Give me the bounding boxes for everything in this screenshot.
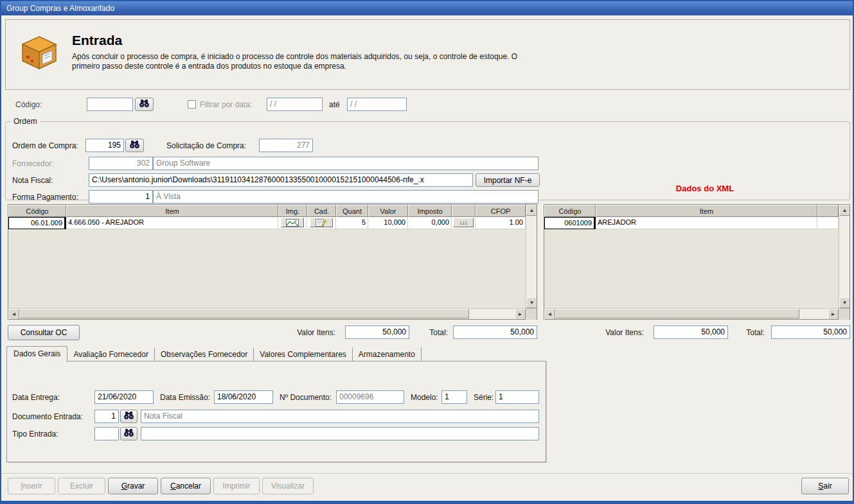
- xml-grid-header[interactable]: Código Item: [544, 205, 839, 217]
- forma-pagamento-codigo-input[interactable]: 1: [89, 190, 153, 204]
- header-panel: Entrada Após concluir o processo de comp…: [5, 19, 850, 90]
- date-to-input[interactable]: / /: [347, 98, 407, 111]
- importar-nfe-button[interactable]: Importar NF-e: [476, 173, 540, 187]
- binoculars-icon: [129, 140, 140, 151]
- cell-blank: [817, 217, 839, 229]
- scroll-right-icon[interactable]: ►: [515, 309, 526, 320]
- scrollbar-thumb[interactable]: [555, 309, 799, 318]
- modelo-input[interactable]: 1: [441, 390, 467, 404]
- fornecedor-nome-input: Group Software: [153, 157, 538, 170]
- tab-avaliacao-fornecedor[interactable]: Avaliação Fornecedor: [67, 347, 155, 361]
- tipo-entrada-nome-input[interactable]: [141, 427, 539, 440]
- scroll-up-icon[interactable]: ▲: [839, 205, 850, 216]
- column-header-cfop[interactable]: CFOP: [476, 205, 526, 217]
- xml-grid-horizontal-scrollbar[interactable]: ◄ ►: [544, 308, 850, 319]
- items-grid-vertical-scrollbar[interactable]: ▲ ▼: [526, 205, 537, 308]
- cell-codigo[interactable]: 0601009: [544, 217, 596, 229]
- consultar-oc-button[interactable]: Consultar OC: [8, 325, 80, 340]
- ordem-de-compra-label: Ordem de Compra:: [12, 141, 78, 150]
- documento-entrada-nome-input: Nota Fiscal: [141, 410, 539, 423]
- excluir-button[interactable]: Excluir: [58, 478, 105, 494]
- cell-quant[interactable]: 5: [336, 217, 368, 229]
- cell-codigo[interactable]: 06.01.009: [8, 217, 66, 229]
- cell-item[interactable]: AREJADOR: [596, 217, 817, 229]
- table-row[interactable]: 0601009 AREJADOR: [544, 217, 839, 229]
- cell-cfop[interactable]: 1.00: [476, 217, 526, 229]
- codigo-label: Código:: [15, 100, 42, 109]
- xml-grid-vertical-scrollbar[interactable]: ▲ ▼: [839, 205, 850, 308]
- edit-form-icon[interactable]: [310, 218, 333, 227]
- cell-valor[interactable]: 10,000: [368, 217, 408, 229]
- gravar-button[interactable]: Gravar: [108, 478, 158, 494]
- documento-entrada-codigo-input[interactable]: 1: [94, 410, 119, 423]
- right-valor-itens-field: 50,000: [654, 326, 728, 339]
- cell-img[interactable]: [278, 217, 307, 229]
- items-grid-horizontal-scrollbar[interactable]: ◄ ►: [8, 308, 537, 319]
- scroll-left-icon[interactable]: ◄: [8, 309, 19, 320]
- nota-fiscal-label: Nota Fiscal:: [12, 176, 53, 185]
- column-header-codigo[interactable]: Código: [544, 205, 596, 217]
- data-entrega-input[interactable]: 21/06/2020: [94, 390, 154, 404]
- scroll-down-icon[interactable]: ▼: [839, 297, 850, 308]
- column-header-codigo[interactable]: Código: [8, 205, 66, 217]
- valor-itens-label: Valor Itens:: [592, 328, 644, 337]
- column-header-item[interactable]: Item: [596, 205, 817, 217]
- left-valor-itens-field: 50,000: [345, 326, 409, 339]
- scroll-left-icon[interactable]: ◄: [544, 309, 555, 320]
- data-emissao-label: Data Emissão:: [160, 393, 210, 402]
- title-bar[interactable]: Group Compras e Almoxarifado: [1, 1, 853, 15]
- ate-label: até: [329, 100, 340, 109]
- data-emissao-input[interactable]: 18/06/2020: [214, 390, 273, 404]
- cell-imposto[interactable]: 0,000: [408, 217, 452, 229]
- date-from-input[interactable]: / /: [267, 98, 323, 111]
- cell-cad[interactable]: [307, 217, 336, 229]
- filtrar-por-data-label: Filtrar por data:: [200, 100, 252, 109]
- items-grid[interactable]: Código Item Img. Cad. Quant Valor Impost…: [8, 204, 537, 320]
- imprimir-button[interactable]: Imprimir: [213, 478, 260, 494]
- inserir-button[interactable]: Inserir: [8, 478, 55, 494]
- tab-observacoes-fornecedor[interactable]: Observações Fornecedor: [155, 347, 254, 361]
- tipo-entrada-codigo-input[interactable]: [94, 427, 119, 440]
- xml-grid-empty-area: [544, 229, 839, 308]
- items-grid-header[interactable]: Código Item Img. Cad. Quant Valor Impost…: [8, 205, 526, 217]
- column-header-quant[interactable]: Quant: [336, 205, 368, 217]
- page-title: Entrada: [72, 33, 529, 48]
- ordem-de-compra-search-button[interactable]: [125, 139, 144, 152]
- forma-pagamento-nome-input: À Vista: [153, 190, 538, 204]
- triple-down-arrow-icon[interactable]: ↓↓↓: [453, 218, 474, 227]
- tab-valores-complementares[interactable]: Valores Complementares: [254, 347, 353, 361]
- codigo-input[interactable]: [87, 98, 133, 111]
- column-header-valor[interactable]: Valor: [368, 205, 408, 217]
- image-icon[interactable]: [281, 218, 304, 227]
- scroll-down-icon[interactable]: ▼: [526, 297, 537, 308]
- column-header-imposto[interactable]: Imposto: [408, 205, 452, 217]
- data-entrega-label: Data Entrega:: [12, 393, 60, 402]
- total-label: Total:: [738, 328, 765, 337]
- cancelar-button[interactable]: Cancelar: [161, 478, 211, 494]
- codigo-search-button[interactable]: [135, 98, 154, 111]
- dados-do-xml-title: Dados do XML: [650, 184, 760, 193]
- sair-button[interactable]: Sair: [801, 478, 849, 494]
- tab-dados-gerais[interactable]: Dados Gerais: [6, 346, 67, 362]
- cell-item[interactable]: 4.666.050 - AREJADOR: [66, 217, 278, 229]
- binoculars-icon: [139, 99, 150, 110]
- scrollbar-thumb[interactable]: [19, 309, 469, 318]
- app-window: Group Compras e Almoxarifado Entrada Apó…: [0, 0, 854, 504]
- ordem-de-compra-input[interactable]: 195: [85, 139, 124, 152]
- column-header-cad[interactable]: Cad.: [307, 205, 336, 217]
- column-header-img[interactable]: Img.: [278, 205, 307, 217]
- tipo-entrada-search-button[interactable]: [120, 427, 138, 440]
- column-header-item[interactable]: Item: [66, 205, 278, 217]
- nota-fiscal-input[interactable]: C:\Users\antonio.junior\Downloads\311911…: [89, 173, 473, 187]
- filtrar-por-data-checkbox[interactable]: [188, 100, 196, 109]
- page-description: Após concluir o processo de compra, é in…: [72, 52, 529, 71]
- table-row[interactable]: 06.01.009 4.666.050 - AREJADOR: [8, 217, 526, 229]
- documento-entrada-search-button[interactable]: [120, 410, 138, 423]
- xml-grid[interactable]: Código Item 0601009 AREJADOR ▲ ▼ ◄ ►: [544, 204, 850, 320]
- serie-input[interactable]: 1: [495, 390, 539, 404]
- scroll-up-icon[interactable]: ▲: [526, 205, 537, 216]
- cell-impostos-button[interactable]: ↓↓↓: [452, 217, 476, 229]
- tab-armazenamento[interactable]: Armazenamento: [353, 347, 422, 361]
- scroll-right-icon[interactable]: ►: [828, 309, 839, 320]
- visualizar-button[interactable]: Visualizar: [262, 478, 314, 494]
